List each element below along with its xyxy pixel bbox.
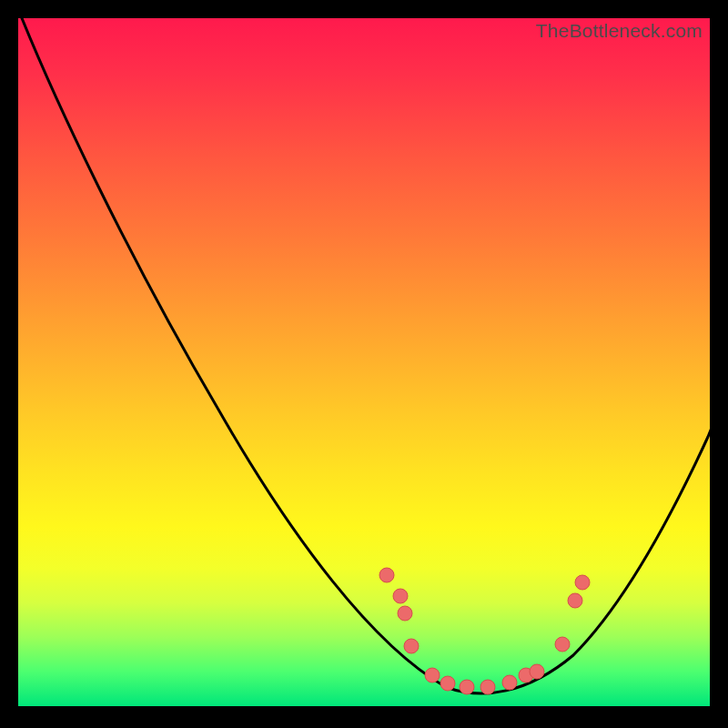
plot-background-gradient — [18, 18, 710, 706]
bottom-axis-strip — [18, 706, 710, 710]
chart-frame: TheBottleneck.com — [18, 18, 710, 710]
watermark-text: TheBottleneck.com — [536, 20, 703, 42]
